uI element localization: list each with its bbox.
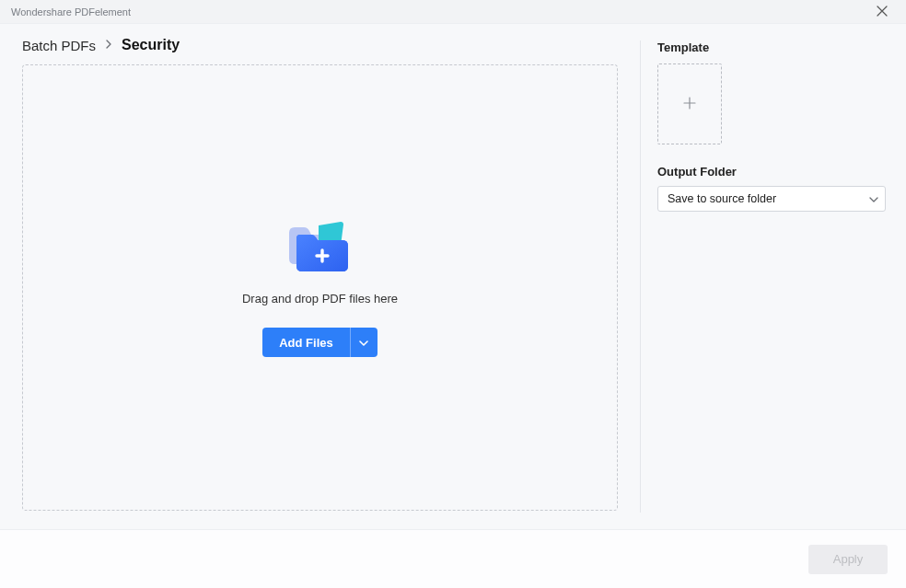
breadcrumb-root[interactable]: Batch PDFs xyxy=(22,38,96,53)
plus-icon xyxy=(683,95,696,114)
folder-plus-icon xyxy=(287,218,354,275)
output-folder-select-wrapper: Save to source folder xyxy=(657,186,886,212)
file-dropzone[interactable]: Drag and drop PDF files here Add Files xyxy=(22,64,618,511)
footer: Apply xyxy=(0,529,906,588)
breadcrumb-current: Security xyxy=(122,37,180,53)
breadcrumb: Batch PDFs Security xyxy=(22,37,618,53)
output-folder-label: Output Folder xyxy=(657,165,886,179)
add-template-button[interactable] xyxy=(657,63,722,144)
close-icon xyxy=(877,5,888,19)
left-pane: Batch PDFs Security xyxy=(0,24,640,529)
output-folder-select[interactable]: Save to source folder xyxy=(657,186,886,212)
template-label: Template xyxy=(657,40,886,54)
add-files-button[interactable]: Add Files xyxy=(262,328,350,357)
titlebar: Wondershare PDFelement xyxy=(0,0,906,24)
output-folder-section: Output Folder Save to source folder xyxy=(657,165,886,212)
close-button[interactable] xyxy=(869,2,895,22)
dropzone-hint: Drag and drop PDF files here xyxy=(242,292,398,306)
right-pane: Template Output Folder Save to source fo… xyxy=(641,24,906,529)
chevron-right-icon xyxy=(105,39,112,52)
add-files-group: Add Files xyxy=(262,328,378,357)
add-files-more-button[interactable] xyxy=(350,328,378,357)
content: Batch PDFs Security xyxy=(0,24,906,529)
app-title: Wondershare PDFelement xyxy=(11,6,131,17)
apply-button[interactable]: Apply xyxy=(808,545,888,574)
chevron-down-icon xyxy=(359,336,368,350)
template-section: Template xyxy=(657,40,886,144)
